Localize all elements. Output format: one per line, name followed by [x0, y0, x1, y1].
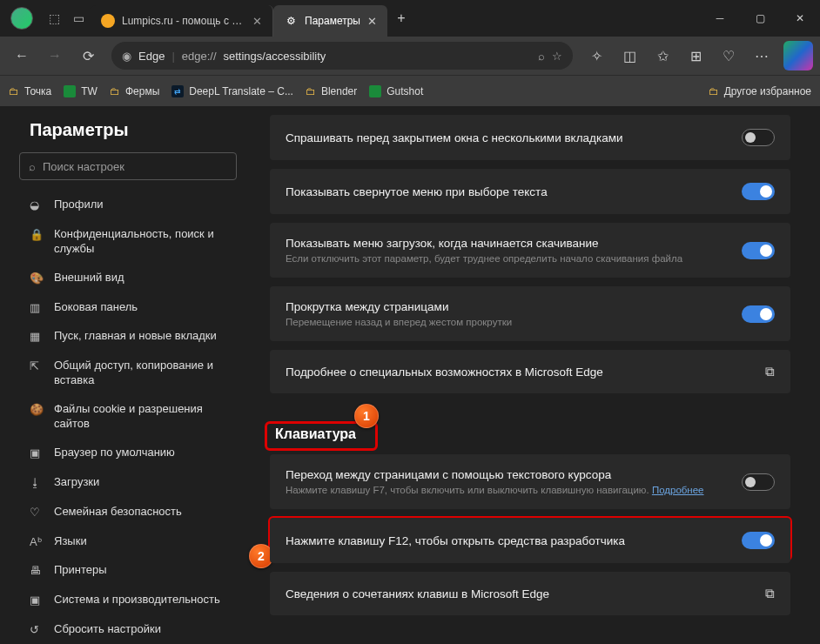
close-window-button[interactable]: ✕: [780, 0, 820, 37]
folder-icon: 🗀: [9, 85, 19, 97]
external-link-icon: ⧉: [765, 364, 775, 379]
address-bar[interactable]: ◉ Edge | edge://settings/accessibility ⌕…: [111, 42, 573, 70]
sidebar-item-11[interactable]: 🖶Принтеры: [19, 556, 237, 586]
url-path: settings/accessibility: [224, 50, 326, 63]
setting-learn-accessibility[interactable]: Подробнее о специальных возможностях в M…: [270, 350, 790, 393]
maximize-button[interactable]: ▢: [740, 0, 780, 37]
setting-mini-menu[interactable]: Показывать свернутое меню при выборе тек…: [270, 169, 790, 214]
tab-settings[interactable]: ⚙ Параметры ✕: [273, 5, 387, 37]
folder-icon: 🗀: [709, 85, 719, 97]
nav-icon: 🔒: [30, 228, 44, 243]
bookmark-tw[interactable]: TW: [64, 85, 97, 97]
toggle[interactable]: [742, 473, 775, 491]
sidebar-item-7[interactable]: ▣Браузер по умолчанию: [19, 439, 237, 468]
browser-name: Edge: [138, 50, 165, 63]
url-protocol: edge://: [182, 50, 217, 63]
nav-icon: ▣: [30, 446, 44, 461]
setting-ask-before-close[interactable]: Спрашивать перед закрытием окна с нескол…: [270, 115, 790, 160]
sidebar-item-6[interactable]: 🍪Файлы cookie и разрешения сайтов: [19, 395, 237, 439]
search-icon[interactable]: ⌕: [538, 50, 545, 63]
toggle[interactable]: [742, 183, 775, 200]
sidebar-item-8[interactable]: ⭳Загрузки: [19, 468, 237, 498]
setting-caret-browsing[interactable]: Переход между страницами с помощью текст…: [270, 454, 790, 509]
forward-button: →: [40, 41, 70, 70]
bookmark-tochka[interactable]: 🗀Точка: [9, 85, 51, 97]
nav-icon: ♡: [30, 506, 44, 520]
nav-icon: ↺: [30, 623, 44, 638]
folder-icon: 🗀: [110, 85, 120, 97]
toggle[interactable]: [742, 532, 775, 549]
nav-icon: ⭳: [30, 476, 44, 491]
sidebar-item-10[interactable]: AᵇЯзыки: [19, 527, 237, 557]
nav-icon: ⇱: [30, 359, 44, 374]
annotation-badge-1: 1: [354, 404, 379, 428]
back-button[interactable]: ←: [7, 41, 37, 70]
sidebar-item-3[interactable]: ▥Боковая панель: [19, 293, 237, 323]
favorite-icon[interactable]: ☆: [552, 50, 562, 63]
external-link-icon: ⧉: [765, 586, 775, 601]
sidebar-item-12[interactable]: ▣Система и производительность: [19, 586, 237, 615]
bookmark-deepl[interactable]: ⇄DeepL Translate – С...: [171, 85, 293, 97]
search-input[interactable]: ⌕ Поиск настроек: [19, 152, 237, 180]
nav-icon: 🍪: [30, 403, 44, 418]
favicon-lumpics: [101, 14, 115, 28]
sidebar-item-1[interactable]: 🔒Конфиденциальность, поиск и службы: [19, 220, 237, 264]
bookmark-other[interactable]: 🗀Другое избранное: [709, 85, 811, 97]
setting-swipe-pages[interactable]: Прокрутка между страницами Перемещение н…: [270, 286, 790, 341]
setting-keyboard-shortcuts-info[interactable]: Сведения о сочетаниях клавиш в Microsoft…: [270, 572, 790, 615]
tab-label: Параметры: [305, 15, 360, 27]
edge-logo-icon: ◉: [122, 50, 131, 63]
collections-button[interactable]: ⊞: [681, 41, 710, 70]
search-icon: ⌕: [29, 160, 36, 173]
nav-icon: 🎨: [30, 272, 44, 286]
toggle[interactable]: [742, 305, 775, 323]
workspaces-icon[interactable]: ⬚: [42, 6, 66, 30]
close-icon[interactable]: ✕: [252, 15, 262, 28]
nav-icon: Aᵇ: [30, 535, 44, 550]
sheet-icon: [369, 85, 381, 97]
setting-f12-devtools[interactable]: Нажмите клавишу F12, чтобы открыть средс…: [270, 518, 790, 563]
learn-more-link[interactable]: Подробнее: [652, 485, 704, 495]
nav-icon: ▦: [30, 330, 44, 345]
sidebar-item-9[interactable]: ♡Семейная безопасность: [19, 498, 237, 527]
deepl-icon: ⇄: [171, 85, 184, 97]
bookmark-blender[interactable]: 🗀Blender: [306, 85, 357, 97]
favorites-button[interactable]: ✩: [648, 41, 677, 70]
toggle[interactable]: [742, 129, 775, 146]
bookmark-fermy[interactable]: 🗀Фермы: [110, 85, 159, 97]
section-keyboard: Клавиатура: [275, 426, 356, 442]
refresh-button[interactable]: ⟳: [73, 41, 103, 70]
gear-icon: ⚙: [284, 14, 298, 28]
split-screen-button[interactable]: ◫: [615, 41, 644, 70]
sheet-icon: [64, 85, 76, 97]
nav-icon: ▣: [30, 594, 44, 608]
close-icon[interactable]: ✕: [367, 15, 377, 28]
toggle[interactable]: [742, 242, 775, 259]
nav-icon: ▥: [30, 301, 44, 316]
sidebar-item-5[interactable]: ⇱Общий доступ, копирование и вставка: [19, 352, 237, 395]
extensions-button[interactable]: ✧: [581, 41, 611, 70]
minimize-button[interactable]: ─: [700, 0, 740, 37]
sidebar-item-13[interactable]: ↺Сбросить настройки: [19, 615, 237, 644]
tab-overview-icon[interactable]: ▭: [66, 6, 91, 30]
profile-avatar[interactable]: [10, 7, 33, 30]
page-title: Параметры: [19, 120, 237, 140]
nav-icon: 🖶: [30, 564, 44, 579]
sidebar-item-4[interactable]: ▦Пуск, главная и новые вкладки: [19, 322, 237, 352]
tab-label: Lumpics.ru - помощь с компьют: [122, 15, 245, 27]
folder-icon: 🗀: [306, 85, 316, 97]
sidebar-item-2[interactable]: 🎨Внешний вид: [19, 264, 237, 293]
nav-icon: ◒: [30, 198, 44, 213]
search-placeholder: Поиск настроек: [43, 160, 124, 173]
sidebar-item-0[interactable]: ◒Профили: [19, 191, 237, 220]
wellness-button[interactable]: ♡: [714, 41, 743, 70]
setting-download-menu[interactable]: Показывать меню загрузок, когда начинает…: [270, 223, 790, 278]
more-button[interactable]: ⋯: [747, 41, 776, 70]
tab-lumpics[interactable]: Lumpics.ru - помощь с компьют ✕: [91, 5, 273, 37]
copilot-button[interactable]: [783, 41, 813, 70]
new-tab-button[interactable]: +: [387, 10, 415, 26]
bookmark-gutshot[interactable]: Gutshot: [369, 85, 423, 97]
